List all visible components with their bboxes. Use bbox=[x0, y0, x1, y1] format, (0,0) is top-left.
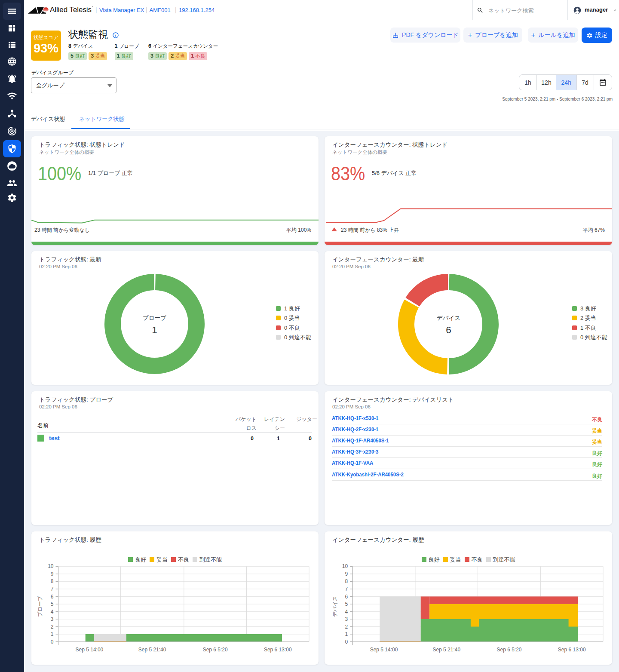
svg-text:2: 2 bbox=[345, 624, 348, 630]
svg-text:Sep 5 21:40: Sep 5 21:40 bbox=[432, 647, 460, 653]
svg-text:4: 4 bbox=[51, 609, 54, 615]
svg-text:5: 5 bbox=[345, 601, 348, 607]
svg-text:9: 9 bbox=[51, 571, 54, 577]
svg-text:1: 1 bbox=[51, 631, 54, 637]
svg-text:Sep 5 21:40: Sep 5 21:40 bbox=[138, 647, 166, 653]
svg-text:7: 7 bbox=[51, 586, 54, 592]
svg-text:Sep 6 13:00: Sep 6 13:00 bbox=[264, 647, 292, 653]
svg-text:Sep 5 14:00: Sep 5 14:00 bbox=[76, 647, 104, 653]
svg-text:4: 4 bbox=[345, 609, 348, 615]
svg-text:Sep 6 5:20: Sep 6 5:20 bbox=[203, 647, 228, 653]
svg-text:Sep 6 5:20: Sep 6 5:20 bbox=[496, 647, 521, 653]
svg-text:5: 5 bbox=[51, 601, 54, 607]
svg-text:Sep 5 14:00: Sep 5 14:00 bbox=[370, 647, 398, 653]
svg-text:9: 9 bbox=[345, 571, 348, 577]
svg-text:10: 10 bbox=[48, 563, 54, 569]
svg-text:8: 8 bbox=[345, 578, 348, 584]
svg-text:8: 8 bbox=[51, 578, 54, 584]
svg-text:1: 1 bbox=[345, 631, 348, 637]
svg-text:3: 3 bbox=[345, 616, 348, 622]
svg-text:6: 6 bbox=[345, 594, 348, 600]
svg-text:Sep 6 13:00: Sep 6 13:00 bbox=[558, 647, 586, 653]
svg-text:Allied Telesis: Allied Telesis bbox=[50, 6, 92, 14]
svg-text:0: 0 bbox=[345, 639, 348, 645]
svg-text:0: 0 bbox=[51, 639, 54, 645]
svg-text:2: 2 bbox=[51, 624, 54, 630]
svg-text:10: 10 bbox=[342, 563, 348, 569]
svg-text:7: 7 bbox=[345, 586, 348, 592]
svg-text:6: 6 bbox=[51, 594, 54, 600]
svg-text:3: 3 bbox=[51, 616, 54, 622]
